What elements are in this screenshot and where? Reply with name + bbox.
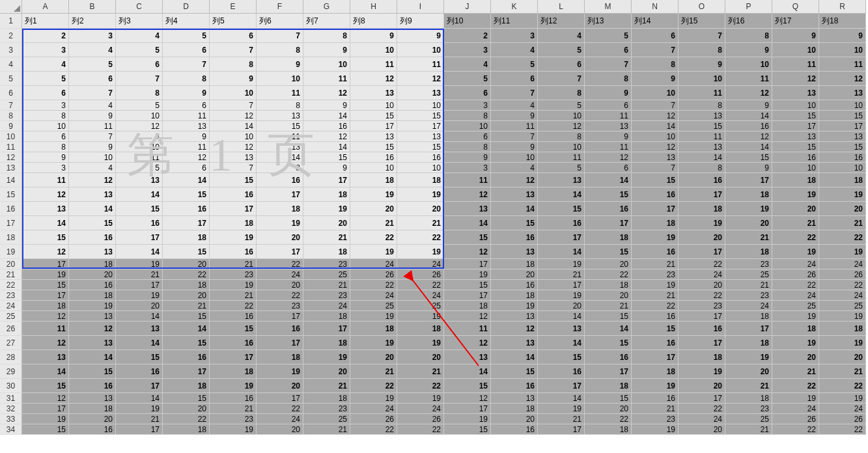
cell[interactable]: 8 xyxy=(116,131,163,142)
cell[interactable]: 21 xyxy=(632,404,679,414)
cell[interactable]: 17 xyxy=(538,280,585,290)
cell[interactable]: 12 xyxy=(725,131,772,142)
cell[interactable]: 19 xyxy=(210,230,257,245)
cell[interactable]: 10 xyxy=(303,57,350,72)
cell[interactable]: 16 xyxy=(585,350,632,364)
cell[interactable]: 11 xyxy=(22,322,69,336)
cell[interactable]: 12 xyxy=(632,111,679,121)
cell[interactable]: 5 xyxy=(69,57,116,72)
cell[interactable]: 13 xyxy=(210,152,257,163)
cell[interactable]: 16 xyxy=(725,121,772,131)
cell[interactable]: 10 xyxy=(819,100,866,111)
cell[interactable]: 7 xyxy=(210,100,257,111)
cell[interactable]: 11 xyxy=(397,57,444,72)
cell[interactable]: 11 xyxy=(116,152,163,163)
cell[interactable]: 18 xyxy=(163,230,210,245)
cell[interactable]: 21 xyxy=(350,364,397,379)
row-header[interactable]: 27 xyxy=(0,336,22,350)
cell[interactable]: 17 xyxy=(257,393,303,404)
cell[interactable]: 5 xyxy=(585,29,632,43)
cell[interactable]: 2 xyxy=(22,29,69,43)
cell[interactable]: 13 xyxy=(819,86,866,100)
cell[interactable]: 14 xyxy=(491,202,538,216)
cell[interactable]: 7 xyxy=(491,131,538,142)
cell[interactable]: 19 xyxy=(303,350,350,364)
cell[interactable]: 15 xyxy=(69,216,116,230)
cell[interactable]: 16 xyxy=(538,364,585,379)
cell[interactable]: 15 xyxy=(632,322,679,336)
cell[interactable]: 15 xyxy=(679,121,725,131)
cell[interactable]: 11 xyxy=(491,121,538,131)
cell[interactable]: 15 xyxy=(163,187,210,202)
cell[interactable]: 13 xyxy=(397,86,444,100)
row-header[interactable]: 23 xyxy=(0,290,22,301)
cell[interactable]: 17 xyxy=(679,311,725,322)
cell[interactable]: 14 xyxy=(491,350,538,364)
cell[interactable]: 19 xyxy=(350,336,397,350)
cell[interactable]: 24 xyxy=(679,414,725,424)
cell[interactable]: 19 xyxy=(444,414,491,424)
row-header[interactable]: 3 xyxy=(0,43,22,57)
cell[interactable]: 12 xyxy=(632,142,679,152)
cell[interactable]: 22 xyxy=(772,424,819,435)
cell[interactable]: 19 xyxy=(819,245,866,259)
cell[interactable]: 19 xyxy=(491,301,538,311)
cell[interactable]: 14 xyxy=(116,187,163,202)
cell[interactable]: 18 xyxy=(69,404,116,414)
cell[interactable]: 14 xyxy=(163,322,210,336)
cell[interactable]: 20 xyxy=(725,216,772,230)
cell[interactable]: 20 xyxy=(679,424,725,435)
cell[interactable]: 5 xyxy=(538,163,585,173)
cell[interactable]: 22 xyxy=(585,414,632,424)
row-header[interactable]: 33 xyxy=(0,414,22,424)
cell[interactable]: 20 xyxy=(163,404,210,414)
cell[interactable]: 21 xyxy=(303,424,350,435)
cell[interactable]: 26 xyxy=(397,414,444,424)
cell[interactable]: 列17 xyxy=(772,14,819,29)
cell[interactable]: 13 xyxy=(69,393,116,404)
cell[interactable]: 19 xyxy=(350,393,397,404)
cell[interactable]: 17 xyxy=(22,259,69,269)
cell[interactable]: 4 xyxy=(491,100,538,111)
cell[interactable]: 19 xyxy=(397,311,444,322)
cell[interactable]: 8 xyxy=(257,163,303,173)
column-header[interactable]: H xyxy=(350,0,397,14)
cell[interactable]: 6 xyxy=(163,163,210,173)
row-header[interactable]: 15 xyxy=(0,187,22,202)
cell[interactable]: 3 xyxy=(444,43,491,57)
row-header[interactable]: 2 xyxy=(0,29,22,43)
cell[interactable]: 10 xyxy=(538,111,585,121)
cell[interactable]: 9 xyxy=(397,29,444,43)
cell[interactable]: 10 xyxy=(350,163,397,173)
cell[interactable]: 8 xyxy=(679,163,725,173)
cell[interactable]: 10 xyxy=(397,163,444,173)
cell[interactable]: 13 xyxy=(819,131,866,142)
cell[interactable]: 19 xyxy=(538,404,585,414)
cell[interactable]: 9 xyxy=(163,86,210,100)
cell[interactable]: 19 xyxy=(397,336,444,350)
cell[interactable]: 16 xyxy=(491,280,538,290)
cell[interactable]: 10 xyxy=(350,43,397,57)
cell[interactable]: 21 xyxy=(772,364,819,379)
cell[interactable]: 11 xyxy=(257,131,303,142)
column-header[interactable]: B xyxy=(69,0,116,14)
column-header[interactable]: K xyxy=(491,0,538,14)
cell[interactable]: 17 xyxy=(538,424,585,435)
cell[interactable]: 6 xyxy=(585,100,632,111)
row-header[interactable]: 32 xyxy=(0,404,22,414)
cell[interactable]: 12 xyxy=(444,336,491,350)
cell[interactable]: 9 xyxy=(303,100,350,111)
cell[interactable]: 8 xyxy=(257,100,303,111)
cell[interactable]: 13 xyxy=(350,131,397,142)
cell[interactable]: 6 xyxy=(22,86,69,100)
cell[interactable]: 6 xyxy=(116,57,163,72)
cell[interactable]: 15 xyxy=(491,364,538,379)
cell[interactable]: 16 xyxy=(397,152,444,163)
cell[interactable]: 22 xyxy=(772,230,819,245)
cell[interactable]: 列18 xyxy=(819,14,866,29)
cell[interactable]: 18 xyxy=(772,173,819,187)
column-header[interactable]: P xyxy=(725,0,772,14)
cell[interactable]: 22 xyxy=(350,424,397,435)
cell[interactable]: 13 xyxy=(772,86,819,100)
cell[interactable]: 13 xyxy=(257,111,303,121)
